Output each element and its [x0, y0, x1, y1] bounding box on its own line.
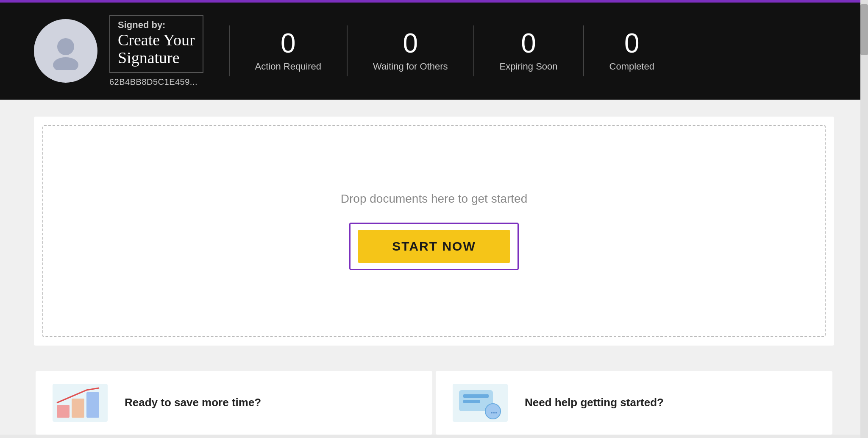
svg-text:...: ... [491, 407, 497, 415]
bottom-cards-container: Ready to save more time? ... Need help g… [0, 371, 868, 435]
scrollbar-track[interactable] [860, 0, 868, 438]
drop-zone-text: Drop documents here to get started [341, 192, 527, 206]
divider-3 [473, 25, 474, 76]
stat-completed-value: 0 [624, 30, 640, 57]
stat-waiting-for-others: 0 Waiting for Others [373, 30, 448, 72]
card-ready-to-save: Ready to save more time? [36, 371, 432, 435]
svg-rect-9 [463, 400, 480, 403]
signature-text: Create YourSignature [118, 31, 195, 67]
divider-1 [229, 25, 230, 76]
start-now-button[interactable]: START NOW [358, 230, 509, 263]
drop-zone-wrapper: Drop documents here to get started START… [34, 117, 834, 346]
svg-rect-8 [463, 394, 489, 398]
card-need-help: ... Need help getting started? [436, 371, 832, 435]
stat-completed: 0 Completed [609, 30, 654, 72]
card-ready-image [53, 384, 108, 422]
signature-info: Signed by: Create YourSignature 62B4BB8D… [109, 15, 203, 87]
stat-action-required-value: 0 [281, 30, 296, 57]
user-profile-area: Signed by: Create YourSignature 62B4BB8D… [34, 15, 203, 87]
stat-waiting-label: Waiting for Others [373, 61, 448, 72]
drop-zone[interactable]: Drop documents here to get started START… [42, 125, 826, 337]
main-content: Drop documents here to get started START… [0, 100, 868, 371]
avatar [34, 19, 97, 83]
signature-box[interactable]: Signed by: Create YourSignature [109, 15, 203, 73]
svg-point-0 [57, 38, 74, 55]
card-help-text: Need help getting started? [525, 396, 664, 409]
svg-rect-5 [86, 392, 99, 418]
stat-completed-label: Completed [609, 61, 654, 72]
stat-action-required: 0 Action Required [255, 30, 322, 72]
svg-rect-3 [57, 405, 70, 418]
card-ready-text: Ready to save more time? [125, 396, 261, 409]
user-id: 62B4BB8D5C1E459... [109, 77, 203, 87]
signed-by-label: Signed by: [118, 20, 195, 31]
divider-2 [347, 25, 348, 76]
svg-point-1 [53, 57, 78, 70]
stat-expiring-soon: 0 Expiring Soon [500, 30, 558, 72]
card-help-image: ... [453, 384, 508, 422]
svg-rect-4 [72, 399, 84, 418]
header: Signed by: Create YourSignature 62B4BB8D… [0, 3, 868, 100]
divider-4 [583, 25, 584, 76]
stat-waiting-value: 0 [403, 30, 418, 57]
scrollbar-thumb[interactable] [860, 4, 868, 55]
stat-action-required-label: Action Required [255, 61, 322, 72]
stat-expiring-value: 0 [521, 30, 536, 57]
stat-expiring-label: Expiring Soon [500, 61, 558, 72]
start-now-highlight-border: START NOW [349, 223, 518, 270]
